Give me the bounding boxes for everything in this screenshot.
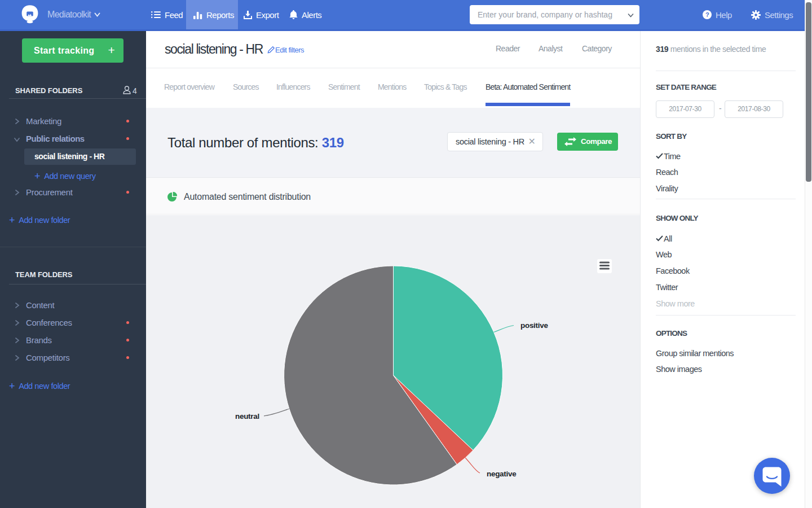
svg-text:negative: negative	[487, 470, 517, 478]
svg-text:neutral: neutral	[235, 412, 259, 421]
svg-text:?: ?	[705, 11, 709, 18]
svg-text:positive: positive	[520, 321, 548, 330]
